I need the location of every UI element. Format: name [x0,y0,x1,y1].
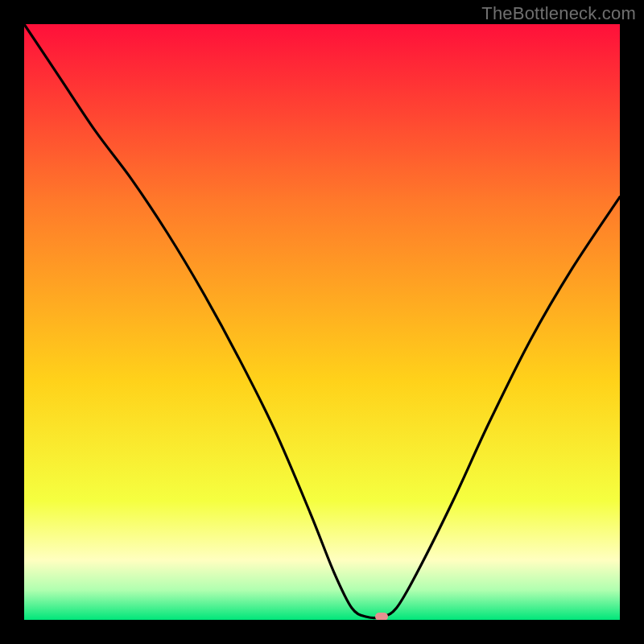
optimum-marker [375,613,388,620]
watermark-label: TheBottleneck.com [481,3,636,24]
chart-frame: TheBottleneck.com [0,0,644,644]
bottleneck-curve [24,24,620,620]
plot-area [24,24,620,620]
